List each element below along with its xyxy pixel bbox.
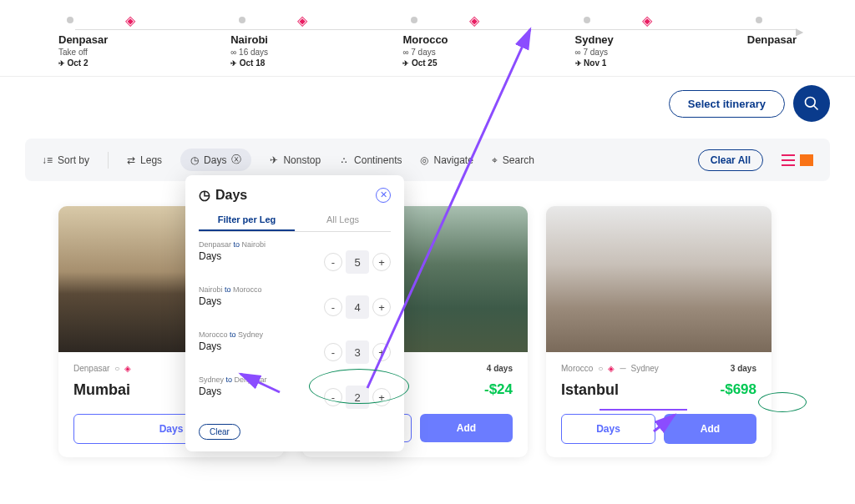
navigate-filter[interactable]: ◎Navigate	[420, 154, 473, 166]
card-price: -$698	[721, 381, 756, 398]
popup-close-button[interactable]: ✕	[376, 188, 391, 203]
filter-bar: ↓≡Sort by ⇄Legs ◷Daysⓧ ✈Nonstop ⛬Contine…	[25, 139, 830, 181]
stop-date: Nov 1	[575, 58, 747, 68]
leg-days: 3 days	[731, 364, 756, 373]
add-button[interactable]: Add	[664, 414, 756, 444]
diamond-icon: ◈	[125, 13, 135, 28]
close-icon[interactable]: ⓧ	[231, 153, 241, 167]
stop-name: Nairobi	[230, 33, 402, 46]
compass-icon: ◎	[420, 154, 428, 166]
timeline-arrow-icon: ▶	[796, 26, 803, 38]
leg-filter-row: Sydney to Denpasar Days -2+	[199, 375, 391, 409]
stop-date: Oct 18	[230, 58, 402, 68]
minus-button[interactable]: -	[324, 388, 342, 406]
annotation-underline	[600, 409, 687, 411]
plus-button[interactable]: +	[372, 298, 391, 316]
card-title: Istanbul	[561, 381, 619, 398]
minus-button[interactable]: -	[324, 298, 342, 316]
days-value: 3	[346, 340, 369, 364]
grid-view-icon[interactable]	[800, 154, 813, 166]
stop-sub: Take off	[58, 48, 230, 57]
search-icon	[803, 95, 820, 112]
legs-icon: ⇄	[127, 154, 135, 166]
search-button[interactable]	[793, 85, 830, 122]
results-grid: Denpasar○◈ Mumbai Days ◈─Morocco4 days a…	[0, 181, 855, 457]
continents-filter[interactable]: ⛬Continents	[339, 154, 402, 166]
leg-filter-row: Nairobi to Morocco Days -4+	[199, 285, 391, 319]
days-value: 4	[346, 295, 369, 319]
stop-name: Morocco	[402, 33, 574, 46]
leg-filter-row: Morocco to Sydney Days -3+	[199, 330, 391, 364]
legs-filter[interactable]: ⇄Legs	[127, 154, 162, 166]
card-price: -$24	[484, 381, 513, 398]
card-image	[546, 206, 772, 352]
popup-clear-button[interactable]: Clear	[199, 424, 240, 440]
clock-icon: ◷	[199, 187, 210, 203]
leg-filter-row: Denpasar to Nairobi Days -5+	[199, 240, 391, 274]
itinerary-timeline: ▶ ◈ Denpasar Take off Oct 2 ◈ Nairobi ∞ …	[0, 0, 855, 77]
days-value: 2	[346, 386, 369, 409]
plane-icon: ✈	[270, 154, 278, 166]
clock-icon: ◷	[190, 154, 199, 166]
list-view-icon[interactable]	[782, 154, 795, 166]
diamond-icon: ◈	[297, 13, 307, 28]
days-value: 5	[346, 250, 369, 274]
minus-button[interactable]: -	[324, 343, 342, 361]
stop-sub: ∞ 7 days	[575, 48, 747, 57]
sort-icon: ↓≡	[42, 154, 53, 166]
diamond-icon: ◈	[469, 13, 479, 28]
plus-button[interactable]: +	[372, 343, 391, 361]
stop-date: Oct 2	[58, 58, 230, 68]
stop-date: Oct 25	[402, 58, 574, 68]
tab-per-leg[interactable]: Filter per Leg	[199, 209, 295, 231]
plus-button[interactable]: +	[372, 253, 391, 271]
select-itinerary-button[interactable]: Select itinerary	[669, 90, 785, 118]
days-filter[interactable]: ◷Daysⓧ	[180, 149, 251, 171]
svg-line-1	[814, 106, 818, 110]
stop-sub: ∞ 16 days	[230, 48, 402, 57]
svg-point-0	[806, 98, 816, 108]
search-filter[interactable]: ⌖Search	[492, 154, 534, 166]
result-card: Morocco○◈─Sydney3 days Istanbul -$698 Da…	[546, 206, 772, 457]
days-filter-popup: ◷Days ✕ Filter per Leg All Legs Denpasar…	[185, 175, 404, 451]
diamond-icon: ◈	[642, 13, 652, 28]
minus-button[interactable]: -	[324, 253, 342, 271]
stop-sub: ∞ 7 days	[402, 48, 574, 57]
stop-name: Denpasar	[747, 33, 797, 46]
plus-button[interactable]: +	[372, 388, 391, 406]
diamond-icon: ◈	[124, 364, 131, 373]
tab-all-legs[interactable]: All Legs	[295, 209, 391, 231]
globe-icon: ⛬	[339, 154, 349, 166]
stop-name: Denpasar	[58, 33, 230, 46]
nonstop-filter[interactable]: ✈Nonstop	[270, 154, 321, 166]
stop-name: Sydney	[575, 33, 747, 46]
sort-by-filter[interactable]: ↓≡Sort by	[42, 154, 89, 166]
days-button[interactable]: Days	[561, 414, 655, 444]
add-button[interactable]: Add	[420, 414, 513, 442]
pin-icon: ⌖	[492, 154, 498, 166]
card-title: Mumbai	[73, 381, 130, 398]
clear-all-button[interactable]: Clear All	[698, 149, 763, 171]
